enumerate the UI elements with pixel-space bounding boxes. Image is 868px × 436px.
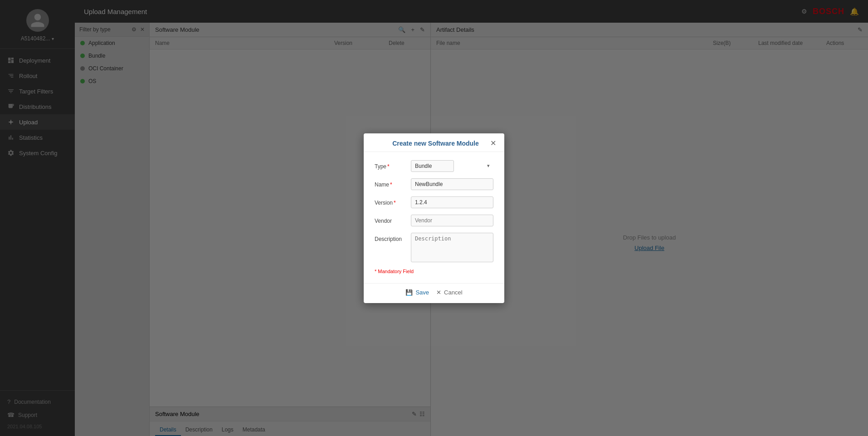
form-row-description: Description xyxy=(375,233,493,262)
dialog-close-button[interactable]: ✕ xyxy=(490,140,496,147)
cancel-x-icon: ✕ xyxy=(436,289,441,296)
version-label: Version* xyxy=(375,196,411,206)
cancel-button[interactable]: ✕ Cancel xyxy=(436,289,462,296)
dialog-footer: 💾 Save ✕ Cancel xyxy=(364,283,504,303)
form-row-type: Type* Application Bundle OCI Container O… xyxy=(375,160,493,172)
dialog-body: Type* Application Bundle OCI Container O… xyxy=(364,152,504,283)
modal-overlay: Create new Software Module ✕ Type* Appli… xyxy=(0,0,868,436)
version-input[interactable] xyxy=(411,196,493,208)
description-label: Description xyxy=(375,233,411,242)
type-label: Type* xyxy=(375,160,411,170)
dialog-header: Create new Software Module ✕ xyxy=(364,133,504,152)
description-textarea[interactable] xyxy=(411,233,493,262)
mandatory-note: * Mandatory Field xyxy=(375,269,493,274)
save-button[interactable]: 💾 Save xyxy=(405,289,429,296)
name-input[interactable] xyxy=(411,178,493,190)
dialog-title: Create new Software Module xyxy=(381,140,490,147)
vendor-input[interactable] xyxy=(411,215,493,226)
vendor-label: Vendor xyxy=(375,215,411,224)
create-software-module-dialog: Create new Software Module ✕ Type* Appli… xyxy=(364,133,504,303)
main-content: Upload Management ⚙ BOSCH 🔔 Filter by ty… xyxy=(75,0,868,436)
form-row-name: Name* xyxy=(375,178,493,190)
type-select[interactable]: Application Bundle OCI Container OS xyxy=(411,160,454,172)
type-select-wrapper: Application Bundle OCI Container OS xyxy=(411,160,493,172)
name-label: Name* xyxy=(375,178,411,188)
form-row-vendor: Vendor xyxy=(375,215,493,226)
save-icon: 💾 xyxy=(405,289,413,296)
form-row-version: Version* xyxy=(375,196,493,208)
